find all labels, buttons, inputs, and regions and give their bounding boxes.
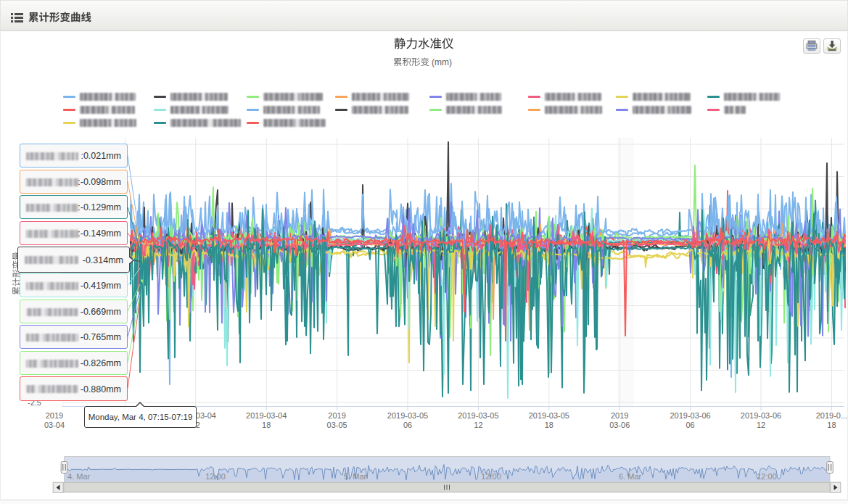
svg-text:(mm): (mm) — [432, 57, 452, 67]
